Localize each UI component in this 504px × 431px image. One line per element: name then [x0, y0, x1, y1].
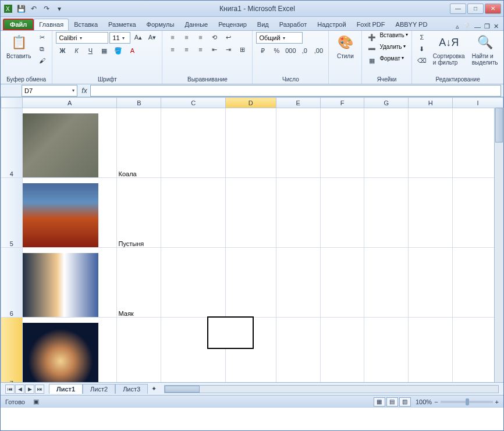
autosum-icon[interactable]: Σ — [416, 32, 428, 42]
cell-G4[interactable] — [364, 108, 409, 178]
align-right-icon[interactable]: ≡ — [194, 44, 207, 55]
col-header-D[interactable]: D — [225, 98, 276, 108]
sheet-nav-last-icon[interactable]: ⏭ — [35, 384, 44, 394]
cell-A7[interactable] — [22, 318, 117, 383]
tab-формулы[interactable]: Формулы — [141, 19, 180, 30]
zoom-in-button[interactable]: + — [495, 398, 499, 405]
number-format-combo[interactable]: Общий▾ — [256, 32, 303, 44]
redo-icon[interactable]: ↷ — [41, 3, 52, 14]
select-all-corner[interactable] — [1, 98, 23, 108]
col-header-F[interactable]: F — [320, 98, 364, 108]
cell-H4[interactable] — [409, 108, 453, 178]
cell-D6[interactable] — [225, 248, 276, 318]
cell-B6[interactable]: Маяк — [117, 248, 161, 318]
cell-C4[interactable] — [161, 108, 226, 178]
cell-H7[interactable] — [409, 318, 453, 383]
col-header-C[interactable]: C — [161, 98, 226, 108]
horizontal-scrollbar[interactable] — [164, 385, 499, 393]
tab-главная[interactable]: Главная — [34, 19, 69, 30]
col-header-B[interactable]: B — [117, 98, 161, 108]
clear-icon[interactable]: ⌫ — [416, 55, 428, 66]
underline-button[interactable]: Ч — [84, 45, 97, 56]
insert-cells-label[interactable]: Вставить — [379, 32, 404, 42]
border-button[interactable]: ▦ — [98, 45, 111, 56]
workbook-close-icon[interactable]: ✕ — [494, 23, 499, 30]
increase-decimal-icon[interactable]: ,0 — [298, 45, 311, 56]
cell-A4[interactable] — [22, 108, 117, 178]
cell-H6[interactable] — [409, 248, 453, 318]
align-center-icon[interactable]: ≡ — [180, 44, 193, 55]
col-header-A[interactable]: A — [22, 98, 117, 108]
zoom-level[interactable]: 100% — [416, 398, 432, 405]
cell-C6[interactable] — [161, 248, 226, 318]
zoom-slider[interactable] — [441, 401, 493, 403]
sheet-nav-prev-icon[interactable]: ◀ — [15, 384, 24, 394]
cell-G6[interactable] — [364, 248, 409, 318]
cell-E4[interactable] — [276, 108, 320, 178]
decrease-decimal-icon[interactable]: ,00 — [312, 45, 325, 56]
tab-foxit pdf[interactable]: Foxit PDF — [352, 19, 391, 30]
fill-color-button[interactable]: 🪣 — [112, 45, 125, 56]
minimize-ribbon-icon[interactable]: ▵ — [456, 23, 459, 30]
tab-разработ[interactable]: Разработ — [274, 19, 312, 30]
styles-button[interactable]: 🎨 Стили — [332, 32, 358, 60]
tab-файл[interactable]: Файл — [3, 19, 34, 30]
page-layout-view-icon[interactable]: ▤ — [386, 397, 398, 407]
insert-cells-icon[interactable]: ➕ — [365, 32, 378, 42]
page-break-view-icon[interactable]: ▧ — [399, 397, 411, 407]
cell-D4[interactable] — [225, 108, 276, 178]
tab-данные[interactable]: Данные — [179, 19, 213, 30]
vertical-scrollbar[interactable] — [494, 108, 503, 382]
delete-cells-label[interactable]: Удалить — [379, 44, 402, 54]
excel-icon[interactable]: X — [3, 3, 13, 14]
sheet-tab-Лист2[interactable]: Лист2 — [83, 384, 115, 394]
cut-icon[interactable]: ✂ — [36, 32, 48, 42]
sort-filter-button[interactable]: А↓Я Сортировка и фильтр — [431, 32, 467, 67]
row-header-6[interactable]: 6 — [1, 248, 23, 318]
cell-F6[interactable] — [320, 248, 364, 318]
align-top-icon[interactable]: ≡ — [166, 32, 179, 42]
grid-area[interactable]: ABCDEFGHI4Коала5Пустыня6Маяк7 — [1, 97, 503, 382]
row-header-4[interactable]: 4 — [1, 108, 23, 178]
cell-E6[interactable] — [276, 248, 320, 318]
decrease-indent-icon[interactable]: ⇤ — [208, 44, 221, 55]
cell-H5[interactable] — [409, 178, 453, 248]
comma-icon[interactable]: 000 — [284, 45, 297, 56]
cell-C5[interactable] — [161, 178, 226, 248]
cell-F4[interactable] — [320, 108, 364, 178]
cell-C7[interactable] — [161, 318, 226, 383]
workbook-minimize-icon[interactable]: — — [474, 23, 481, 30]
image-placeholder[interactable] — [23, 253, 98, 317]
format-painter-icon[interactable]: 🖌 — [36, 55, 48, 66]
increase-indent-icon[interactable]: ⇥ — [222, 44, 235, 55]
font-family-combo[interactable]: Calibri▾ — [56, 32, 108, 44]
formula-input[interactable] — [90, 85, 501, 97]
increase-font-icon[interactable]: A▴ — [132, 32, 144, 42]
image-placeholder[interactable] — [23, 113, 98, 177]
align-left-icon[interactable]: ≡ — [166, 44, 179, 55]
col-header-E[interactable]: E — [276, 98, 320, 108]
cell-D5[interactable] — [225, 178, 276, 248]
font-color-button[interactable]: A — [126, 45, 139, 56]
merge-center-icon[interactable]: ⊞ — [236, 44, 249, 55]
row-header-5[interactable]: 5 — [1, 178, 23, 248]
bold-button[interactable]: Ж — [56, 45, 69, 56]
macro-record-icon[interactable]: ▣ — [30, 397, 42, 407]
cell-E7[interactable] — [276, 318, 320, 383]
cell-A6[interactable] — [22, 248, 117, 318]
new-sheet-icon[interactable]: ✦ — [148, 384, 159, 394]
tab-разметка[interactable]: Разметка — [103, 19, 141, 30]
font-size-combo[interactable]: 11▾ — [109, 32, 130, 44]
paste-button[interactable]: 📋 Вставить — [4, 32, 33, 60]
percent-icon[interactable]: % — [270, 45, 283, 56]
tab-вид[interactable]: Вид — [252, 19, 274, 30]
format-cells-label[interactable]: Формат — [379, 55, 400, 66]
undo-icon[interactable]: ↶ — [29, 3, 39, 14]
delete-cells-icon[interactable]: ➖ — [365, 44, 378, 54]
cell-A5[interactable] — [22, 178, 117, 248]
cell-D7[interactable] — [225, 318, 276, 383]
tab-вставка[interactable]: Вставка — [69, 19, 103, 30]
cell-F7[interactable] — [320, 318, 364, 383]
find-select-button[interactable]: 🔍 Найти и выделить — [470, 32, 501, 67]
qat-more-icon[interactable]: ▾ — [54, 3, 65, 14]
